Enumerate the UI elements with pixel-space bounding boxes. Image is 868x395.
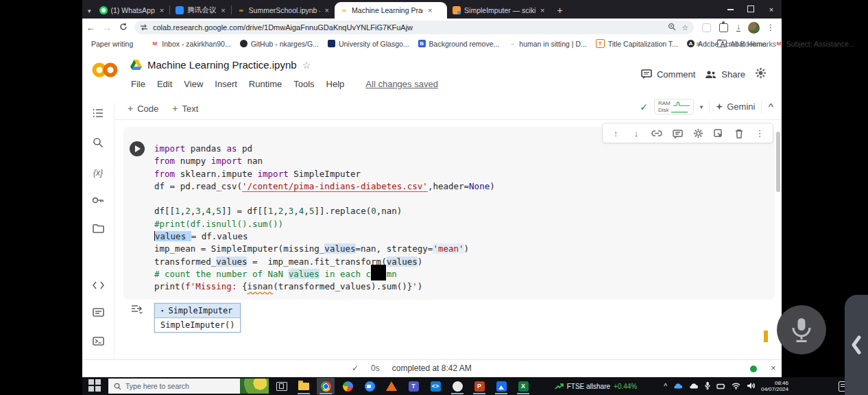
menu-tools[interactable]: Tools (293, 79, 314, 89)
code-line[interactable]: import pandas as pd (154, 143, 495, 155)
tab-close-icon[interactable]: × (539, 6, 546, 14)
maximize-button[interactable] (740, 5, 761, 14)
chrome-icon[interactable] (317, 378, 335, 394)
address-bar[interactable]: colab.research.google.com/drive/1DmwAiga… (134, 21, 694, 34)
code-line[interactable]: values = df.values (154, 230, 495, 243)
powerpoint-icon[interactable]: P (470, 378, 488, 394)
copy-cell-icon[interactable] (708, 128, 729, 139)
pinwheel-app-icon[interactable] (339, 378, 357, 394)
code-line[interactable]: print(f'Missing: {isnan(transformed_valu… (154, 280, 495, 293)
tencent-meeting-icon[interactable] (492, 378, 510, 394)
extensions-icon[interactable] (719, 23, 728, 32)
menu-file[interactable]: File (131, 79, 145, 89)
microphone-overlay-button[interactable] (777, 305, 826, 355)
tab-tencent-meeting[interactable]: 腾讯会议 × (170, 2, 230, 19)
add-code-button[interactable]: + Code (128, 103, 158, 114)
zoom-level-icon[interactable] (668, 23, 676, 32)
window-close-button[interactable]: × (761, 5, 782, 14)
tab-machine-learning-practice[interactable]: ∞ Machine Learning Practice.ipy × (335, 2, 447, 19)
tab-close-icon[interactable]: × (426, 6, 433, 14)
browser-menu-icon[interactable]: ⋮ (767, 23, 775, 32)
bookmark-human-sitting[interactable]: → human in sitting | D... (508, 40, 586, 48)
run-cell-button[interactable] (130, 141, 145, 156)
settings-gear-icon[interactable] (755, 67, 767, 81)
cell-settings-gear-icon[interactable] (688, 128, 708, 139)
menu-view[interactable]: View (184, 79, 203, 89)
tab-simpleimputer-docs[interactable]: SimpleImputer — scikit-learn 1 × (447, 2, 550, 19)
overlay-handle-strip[interactable] (845, 295, 868, 395)
wifi-icon[interactable] (732, 380, 740, 392)
code-line[interactable] (154, 193, 495, 205)
bookmark-university[interactable]: University of Glasgo... (328, 40, 409, 48)
search-daily-image[interactable] (240, 379, 269, 394)
code-line[interactable]: from numpy import nan (154, 155, 495, 167)
cloud-icon[interactable] (689, 380, 699, 392)
code-snippets-icon[interactable] (82, 280, 114, 292)
share-button[interactable]: Share (705, 69, 745, 80)
chevron-left-icon[interactable] (851, 335, 862, 355)
reload-icon[interactable] (115, 23, 132, 33)
code-line[interactable]: transformed_values = imp_mean.fit_transf… (154, 256, 495, 268)
bookmarks-overflow-icon[interactable]: » (696, 39, 701, 49)
code-cell[interactable]: import pandas as pd from numpy import na… (123, 127, 775, 300)
bookmark-background-remover[interactable]: B Background remove... (418, 40, 500, 48)
stock-ticker-widget[interactable]: FTSE allshare +0.44% (555, 383, 638, 390)
tab-close-icon[interactable]: × (219, 6, 226, 14)
tab-group-icon[interactable] (702, 23, 711, 32)
task-view-icon[interactable] (273, 378, 291, 394)
code-line[interactable]: from sklearn.impute import SimpleImputer (154, 168, 495, 180)
round-light-app-icon[interactable] (448, 378, 466, 394)
link-cell-icon[interactable] (647, 128, 667, 139)
bookmark-subject-assistance[interactable]: M Subject: Assistance... (775, 40, 855, 48)
code-line[interactable]: # count the number of NaN values in each… (154, 268, 495, 280)
bookmark-title-capitalization[interactable]: T Title Capitalization T... (596, 39, 678, 48)
new-tab-button[interactable]: + (557, 5, 562, 16)
all-bookmarks-button[interactable]: All Bookmarks (717, 40, 776, 48)
command-palette-icon[interactable] (82, 307, 114, 320)
profile-avatar[interactable] (748, 22, 760, 34)
add-text-button[interactable]: + Text (172, 103, 198, 114)
move-cell-down-icon[interactable]: ↓ (626, 128, 647, 139)
resources-dropdown-icon[interactable]: ▾ (700, 104, 703, 110)
notebook-title[interactable]: Machine Learning Practice.ipynb (147, 59, 297, 71)
back-icon[interactable]: ← (82, 23, 99, 33)
taskbar-clock[interactable]: 08:46 04/07/2024 (761, 380, 788, 392)
variables-icon[interactable]: {x} (82, 168, 114, 178)
cell-output-icon[interactable] (130, 304, 143, 317)
secrets-key-icon[interactable] (82, 195, 114, 207)
onedrive-cloud-icon[interactable] (673, 380, 683, 392)
hidden-icons-chevron[interactable]: ^ (664, 383, 667, 390)
all-changes-saved-link[interactable]: All changes saved (365, 79, 438, 89)
tab-summerschool-colab[interactable]: ∞ SummerSchool.ipynb - Colab × (232, 2, 335, 19)
code-editor[interactable]: import pandas as pd from numpy import na… (154, 143, 495, 294)
vscode-icon[interactable]: <> (426, 378, 444, 394)
zoom-app-icon[interactable] (361, 378, 378, 394)
code-line[interactable]: #print(df.isnull().sum()) (154, 218, 495, 230)
comment-button[interactable]: Comment (641, 69, 695, 80)
teams-icon[interactable]: T (405, 378, 422, 394)
gemini-button[interactable]: Gemini (716, 101, 755, 112)
microphone-tray-icon[interactable] (705, 380, 710, 392)
cell-more-options-icon[interactable]: ⋮ (749, 128, 770, 139)
downloads-icon[interactable]: ↓ (736, 23, 740, 32)
resource-monitor[interactable]: RAM Disk (654, 99, 694, 115)
code-line[interactable]: df = pd.read_csv('/content/pima-indians-… (154, 180, 495, 193)
forward-icon[interactable]: → (99, 23, 115, 33)
comment-cell-icon[interactable] (667, 128, 688, 138)
move-cell-up-icon[interactable]: ↑ (605, 128, 626, 139)
tab-whatsapp[interactable]: (1) WhatsApp × (94, 2, 170, 19)
site-connection-icon[interactable] (140, 24, 148, 31)
file-explorer-icon[interactable] (295, 378, 313, 394)
estimator-caret-icon[interactable]: ▾ (160, 307, 164, 314)
volume-icon[interactable] (747, 380, 755, 392)
star-notebook-icon[interactable]: ☆ (302, 60, 311, 71)
collapse-header-icon[interactable]: ^ (768, 103, 773, 111)
delete-cell-icon[interactable] (729, 128, 749, 139)
search-icon[interactable] (82, 137, 114, 151)
bookmark-star-icon[interactable]: ☆ (682, 23, 688, 32)
excel-icon[interactable]: X (514, 378, 532, 394)
bookmark-github[interactable]: GitHub - nkarges/G... (240, 40, 319, 48)
minimize-button[interactable] (720, 5, 740, 14)
status-close-icon[interactable]: × (771, 363, 776, 373)
notebook-scrollbar[interactable] (776, 132, 780, 192)
